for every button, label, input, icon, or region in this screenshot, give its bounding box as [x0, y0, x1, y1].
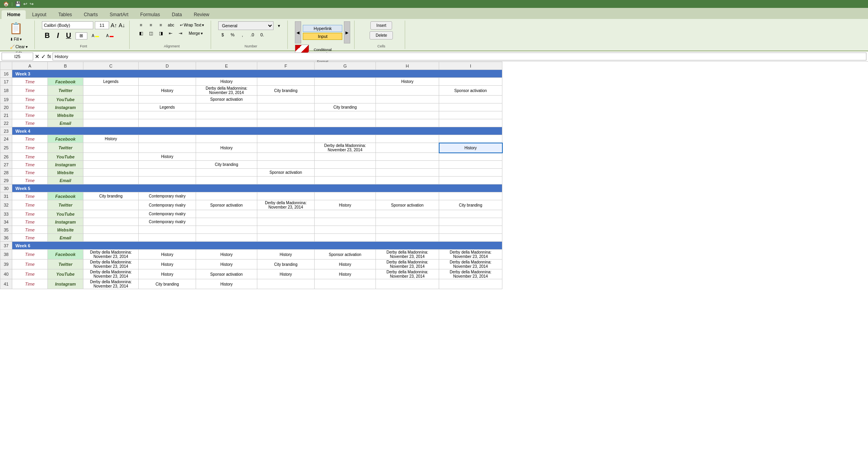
cell-38-8[interactable]: Derby della Madonnina: November 23, 2014: [439, 250, 502, 260]
col-header-a[interactable]: A: [12, 62, 48, 70]
cell-41-2[interactable]: Derby della Madonnina: November 23, 2014: [83, 279, 139, 289]
currency-button[interactable]: $: [218, 31, 227, 38]
cell-29-1[interactable]: Email: [48, 177, 83, 184]
cell-18-5[interactable]: City branding: [257, 86, 315, 96]
cell-29-5[interactable]: [257, 177, 315, 184]
cell-29-3[interactable]: [139, 177, 196, 184]
cell-17-7[interactable]: History: [376, 78, 439, 86]
cell-29-6[interactable]: [315, 177, 376, 184]
merge-button[interactable]: Merge ▾: [186, 30, 206, 37]
cell-18-4[interactable]: Derby della Madonnina: November 23, 2014: [196, 86, 257, 96]
cell-33-2[interactable]: [83, 210, 139, 218]
cell-18-7[interactable]: [376, 86, 439, 96]
highlight-color-button[interactable]: A▬: [89, 32, 102, 39]
cell-20-5[interactable]: [257, 103, 315, 111]
cell-24-4[interactable]: [196, 135, 257, 143]
cell-39-3[interactable]: History: [139, 260, 196, 269]
cell-36-4[interactable]: [196, 234, 257, 242]
cell-26-5[interactable]: [257, 153, 315, 161]
font-size-down-icon[interactable]: A↓: [119, 22, 125, 28]
cell-reference-input[interactable]: [2, 53, 33, 60]
cell-17-0[interactable]: Time: [12, 78, 48, 86]
home-icon[interactable]: 🏠: [3, 1, 9, 7]
cell-32-4[interactable]: Sponsor activation: [196, 200, 257, 210]
cell-35-7[interactable]: [376, 226, 439, 234]
cell-17-8[interactable]: [439, 78, 502, 86]
cell-34-0[interactable]: Time: [12, 218, 48, 226]
cell-38-7[interactable]: Derby della Madonnina: November 23, 2014: [376, 250, 439, 260]
cell-31-5[interactable]: [257, 192, 315, 200]
cell-39-7[interactable]: Derby della Madonnina: November 23, 2014: [376, 260, 439, 269]
cell-38-4[interactable]: History: [196, 250, 257, 260]
cell-19-8[interactable]: [439, 96, 502, 103]
cell-25-3[interactable]: [139, 143, 196, 153]
cell-17-5[interactable]: [257, 78, 315, 86]
cell-28-7[interactable]: [376, 169, 439, 177]
cell-21-1[interactable]: Website: [48, 111, 83, 119]
cell-21-7[interactable]: [376, 111, 439, 119]
col-header-e[interactable]: E: [196, 62, 257, 70]
week-label-16[interactable]: Week 3: [12, 70, 502, 78]
cell-19-2[interactable]: [83, 96, 139, 103]
cell-28-2[interactable]: [83, 169, 139, 177]
align-top-right-button[interactable]: ≡: [157, 21, 165, 28]
cell-25-5[interactable]: [257, 143, 315, 153]
cell-36-5[interactable]: [257, 234, 315, 242]
cell-17-2[interactable]: Legends: [83, 78, 139, 86]
cell-17-3[interactable]: [139, 78, 196, 86]
cell-38-5[interactable]: History: [257, 250, 315, 260]
align-right-button[interactable]: ◨: [157, 30, 165, 37]
cell-19-7[interactable]: [376, 96, 439, 103]
cell-35-1[interactable]: Website: [48, 226, 83, 234]
cell-36-1[interactable]: Email: [48, 234, 83, 242]
cell-24-2[interactable]: History: [83, 135, 139, 143]
tab-charts[interactable]: Charts: [78, 10, 103, 19]
cell-27-1[interactable]: Instagram: [48, 161, 83, 169]
cell-27-8[interactable]: [439, 161, 502, 169]
cell-38-2[interactable]: Derby della Madonnina: November 23, 2014: [83, 250, 139, 260]
cell-35-3[interactable]: [139, 226, 196, 234]
cell-31-1[interactable]: Facebook: [48, 192, 83, 200]
tab-smartart[interactable]: SmartArt: [104, 10, 134, 19]
cell-40-5[interactable]: History: [257, 269, 315, 279]
cell-26-3[interactable]: History: [139, 153, 196, 161]
cell-41-5[interactable]: [257, 279, 315, 289]
cell-29-0[interactable]: Time: [12, 177, 48, 184]
cell-39-1[interactable]: Twitter: [48, 260, 83, 269]
border-style-button[interactable]: ⊞: [75, 32, 87, 40]
cell-41-6[interactable]: [315, 279, 376, 289]
cell-27-4[interactable]: City branding: [196, 161, 257, 169]
cell-22-4[interactable]: [196, 119, 257, 127]
cell-32-7[interactable]: Sponsor activation: [376, 200, 439, 210]
spreadsheet-container[interactable]: A B C D E F G H I 16Week 317TimeFacebook…: [0, 62, 868, 472]
cell-17-1[interactable]: Facebook: [48, 78, 83, 86]
cell-25-4[interactable]: History: [196, 143, 257, 153]
cell-31-2[interactable]: City branding: [83, 192, 139, 200]
cell-26-0[interactable]: Time: [12, 153, 48, 161]
cell-25-6[interactable]: Derby della Madonnina: November 23, 2014: [315, 143, 376, 153]
cell-22-8[interactable]: [439, 119, 502, 127]
cell-35-8[interactable]: [439, 226, 502, 234]
cell-28-1[interactable]: Website: [48, 169, 83, 177]
comma-button[interactable]: ,: [238, 31, 247, 38]
cell-25-0[interactable]: Time: [12, 143, 48, 153]
cell-31-0[interactable]: Time: [12, 192, 48, 200]
wrap-text-button[interactable]: ↵ Wrap Text ▾: [177, 22, 207, 28]
cell-25-2[interactable]: [83, 143, 139, 153]
insert-button[interactable]: Insert: [370, 21, 392, 30]
cell-20-7[interactable]: [376, 103, 439, 111]
cell-24-6[interactable]: [315, 135, 376, 143]
cell-38-3[interactable]: History: [139, 250, 196, 260]
cell-39-6[interactable]: History: [315, 260, 376, 269]
indent-increase-button[interactable]: ⇥: [176, 30, 185, 37]
cell-41-3[interactable]: City branding: [139, 279, 196, 289]
input-style[interactable]: Input: [303, 33, 342, 40]
cell-35-4[interactable]: [196, 226, 257, 234]
cell-28-4[interactable]: [196, 169, 257, 177]
cell-41-0[interactable]: Time: [12, 279, 48, 289]
cell-40-6[interactable]: History: [315, 269, 376, 279]
cell-39-8[interactable]: Derby della Madonnina: November 23, 2014: [439, 260, 502, 269]
cell-32-8[interactable]: City branding: [439, 200, 502, 210]
cell-38-6[interactable]: Sponsor activation: [315, 250, 376, 260]
cell-26-2[interactable]: [83, 153, 139, 161]
